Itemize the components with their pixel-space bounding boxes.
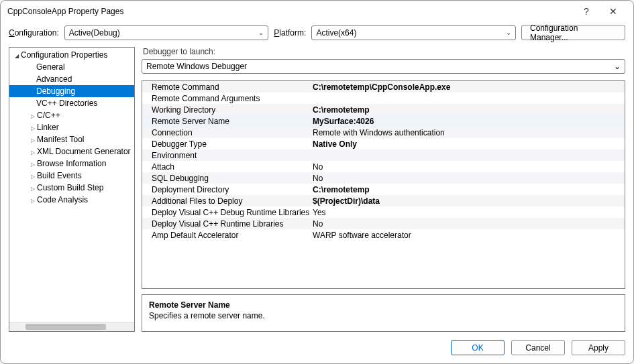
description-title: Remote Server Name — [149, 300, 618, 310]
property-value[interactable]: C:\remotetemp — [313, 105, 625, 115]
tree-item-linker[interactable]: Linker — [9, 121, 134, 133]
property-name: Debugger Type — [152, 139, 313, 149]
help-button[interactable]: ? — [573, 6, 600, 17]
property-row[interactable]: Working DirectoryC:\remotetemp — [142, 104, 625, 115]
tree-item-browse-info[interactable]: Browse Information — [9, 158, 134, 170]
property-name: Deploy Visual C++ Runtime Libraries — [152, 219, 313, 229]
property-row[interactable]: Remote CommandC:\remotetemp\CppConsoleAp… — [142, 81, 625, 93]
tree-item-label: Advanced — [36, 74, 72, 84]
titlebar: CppConsoleApp Property Pages ? ✕ — [1, 1, 633, 22]
expander-closed-icon[interactable] — [28, 148, 37, 156]
expander-closed-icon[interactable] — [28, 196, 37, 204]
property-pages-window: CppConsoleApp Property Pages ? ✕ Configu… — [0, 0, 634, 364]
tree-horizontal-scrollbar[interactable] — [9, 322, 134, 331]
configuration-manager-button[interactable]: Configuration Manager... — [521, 25, 625, 40]
platform-dropdown[interactable]: Active(x64) ⌄ — [311, 25, 516, 40]
tree-item-manifest-tool[interactable]: Manifest Tool — [9, 133, 134, 145]
tree-item-build-events[interactable]: Build Events — [9, 170, 134, 182]
property-row[interactable]: Remote Server NameMySurface:4026 — [142, 115, 625, 127]
property-value[interactable]: WARP software accelerator — [313, 231, 625, 240]
tree-item-label: General — [36, 62, 65, 72]
scrollbar-thumb[interactable] — [25, 324, 106, 330]
property-row[interactable]: ConnectionRemote with Windows authentica… — [142, 127, 625, 138]
property-value[interactable]: No — [313, 219, 625, 229]
tree-item-label: XML Document Generator — [37, 147, 131, 156]
property-name: Remote Command — [152, 82, 313, 92]
property-value[interactable]: C:\remotetemp\CppConsoleApp.exe — [313, 82, 625, 92]
property-row[interactable]: Deploy Visual C++ Runtime LibrariesNo — [142, 218, 625, 229]
expander-closed-icon[interactable] — [28, 184, 37, 192]
property-value[interactable]: C:\remotetemp — [313, 185, 625, 194]
tree-root-config-properties[interactable]: Configuration Properties — [9, 49, 134, 61]
property-value[interactable]: $(ProjectDir)\data — [313, 196, 625, 206]
tree-item-label: Linker — [37, 123, 59, 132]
property-row[interactable]: Remote Command Arguments — [142, 93, 625, 104]
platform-value: Active(x64) — [316, 28, 506, 38]
config-bar: Configuration: Active(Debug) ⌄ Platform:… — [1, 22, 633, 47]
tree-item-label: Debugging — [36, 86, 75, 96]
cancel-button[interactable]: Cancel — [511, 340, 565, 355]
debugger-launch-value: Remote Windows Debugger — [146, 62, 614, 71]
configuration-dropdown[interactable]: Active(Debug) ⌄ — [64, 25, 269, 40]
tree-item-label: Browse Information — [37, 159, 106, 168]
property-name: Attach — [152, 162, 313, 172]
platform-label: Platform: — [274, 28, 306, 38]
property-value[interactable]: Remote with Windows authentication — [313, 128, 625, 137]
chevron-down-icon: ⌄ — [614, 62, 621, 71]
property-name: Deployment Directory — [152, 185, 313, 194]
tree-item-label: Build Events — [37, 171, 82, 180]
apply-button[interactable]: Apply — [572, 340, 625, 355]
property-name: Deploy Visual C++ Debug Runtime Librarie… — [152, 208, 313, 217]
tree-item-custom-build-step[interactable]: Custom Build Step — [9, 182, 134, 194]
property-row[interactable]: Deploy Visual C++ Debug Runtime Librarie… — [142, 206, 625, 218]
property-value[interactable]: No — [313, 174, 625, 183]
configuration-value: Active(Debug) — [69, 28, 259, 38]
chevron-down-icon: ⌄ — [506, 29, 511, 36]
property-name: Remote Server Name — [152, 117, 313, 126]
expander-closed-icon[interactable] — [28, 160, 37, 168]
property-grid: Remote CommandC:\remotetemp\CppConsoleAp… — [142, 80, 625, 289]
property-name: Additional Files to Deploy — [152, 196, 313, 206]
expander-open-icon[interactable] — [12, 52, 21, 59]
property-name: Amp Default Accelerator — [152, 231, 313, 240]
property-row[interactable]: Additional Files to Deploy$(ProjectDir)\… — [142, 195, 625, 206]
tree-inner: Configuration Properties General Advance… — [9, 48, 134, 322]
configuration-label: Configuration: — [9, 28, 59, 38]
ok-button[interactable]: OK — [451, 340, 505, 355]
property-value[interactable]: MySurface:4026 — [313, 117, 625, 126]
tree-item-xml-doc-gen[interactable]: XML Document Generator — [9, 145, 134, 158]
property-value[interactable]: No — [313, 162, 625, 172]
tree-item-general[interactable]: General — [9, 61, 134, 73]
body: Configuration Properties General Advance… — [1, 47, 633, 332]
expander-closed-icon[interactable] — [28, 136, 37, 143]
close-button[interactable]: ✕ — [600, 6, 627, 17]
property-value[interactable]: Yes — [313, 208, 625, 217]
debugger-launch-dropdown[interactable]: Remote Windows Debugger ⌄ — [142, 59, 625, 74]
description-text: Specifies a remote server name. — [149, 311, 618, 320]
window-title: CppConsoleApp Property Pages — [7, 7, 573, 16]
tree-item-label: VC++ Directories — [36, 99, 97, 108]
property-row[interactable]: Debugger TypeNative Only — [142, 138, 625, 149]
tree-item-debugging[interactable]: Debugging — [9, 85, 134, 97]
tree-item-vcpp-directories[interactable]: VC++ Directories — [9, 97, 134, 109]
tree-item-ccpp[interactable]: C/C++ — [9, 109, 134, 121]
property-row[interactable]: SQL DebuggingNo — [142, 172, 625, 184]
property-row[interactable]: Amp Default AcceleratorWARP software acc… — [142, 229, 625, 241]
property-row[interactable]: Deployment DirectoryC:\remotetemp — [142, 184, 625, 195]
expander-closed-icon[interactable] — [28, 172, 37, 180]
expander-closed-icon[interactable] — [28, 112, 37, 119]
description-pane: Remote Server Name Specifies a remote se… — [142, 294, 625, 332]
tree-item-label: C/C++ — [37, 111, 60, 120]
tree-item-code-analysis[interactable]: Code Analysis — [9, 194, 134, 206]
tree-item-label: Code Analysis — [37, 195, 88, 204]
property-name: Environment — [152, 151, 313, 160]
right-pane: Debugger to launch: Remote Windows Debug… — [142, 47, 625, 332]
property-name: Remote Command Arguments — [152, 94, 313, 103]
property-name: Working Directory — [152, 105, 313, 115]
property-row[interactable]: AttachNo — [142, 161, 625, 172]
tree-item-advanced[interactable]: Advanced — [9, 73, 134, 85]
expander-closed-icon[interactable] — [28, 124, 37, 131]
property-row[interactable]: Environment — [142, 149, 625, 161]
property-value[interactable]: Native Only — [313, 139, 625, 149]
tree-item-label: Custom Build Step — [37, 183, 103, 192]
